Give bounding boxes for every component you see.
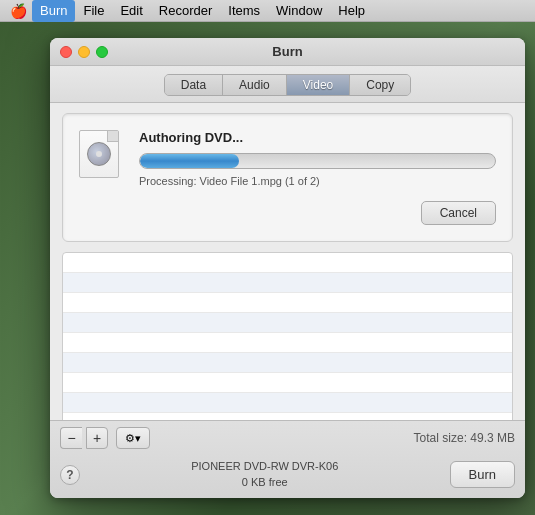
menu-file[interactable]: File	[75, 0, 112, 22]
dvd-icon	[79, 130, 127, 178]
tab-video[interactable]: Video	[287, 75, 350, 95]
add-button[interactable]: +	[86, 427, 108, 449]
disc-icon	[87, 142, 111, 166]
bottom-bar: − + ⚙ ▾ Total size: 49.3 MB ? PIONEER DV…	[50, 420, 525, 498]
menu-window[interactable]: Window	[268, 0, 330, 22]
drive-free: 0 KB free	[90, 475, 440, 490]
toolbar: Data Audio Video Copy	[50, 66, 525, 103]
menu-recorder[interactable]: Recorder	[151, 0, 220, 22]
list-item	[63, 333, 512, 353]
list-item	[63, 273, 512, 293]
list-item	[63, 293, 512, 313]
file-list[interactable]	[62, 252, 513, 434]
tab-audio[interactable]: Audio	[223, 75, 287, 95]
burn-button[interactable]: Burn	[450, 461, 515, 488]
menu-burn[interactable]: Burn	[32, 0, 75, 22]
menu-edit[interactable]: Edit	[112, 0, 150, 22]
tab-copy[interactable]: Copy	[350, 75, 410, 95]
cancel-button[interactable]: Cancel	[421, 201, 496, 225]
burn-window: Burn Data Audio Video Copy Authoring DVD…	[50, 38, 525, 498]
titlebar: Burn	[50, 38, 525, 66]
menubar: 🍎 Burn File Edit Recorder Items Window H…	[0, 0, 535, 22]
close-button[interactable]	[60, 46, 72, 58]
progress-title: Authoring DVD...	[139, 130, 496, 145]
help-button[interactable]: ?	[60, 465, 80, 485]
traffic-lights	[60, 46, 108, 58]
tab-data[interactable]: Data	[165, 75, 223, 95]
maximize-button[interactable]	[96, 46, 108, 58]
list-item	[63, 353, 512, 373]
cancel-row: Cancel	[79, 201, 496, 225]
bottom-controls: − + ⚙ ▾ Total size: 49.3 MB	[50, 421, 525, 455]
bottom-info: ? PIONEER DVD-RW DVR-K06 0 KB free Burn	[50, 455, 525, 498]
gear-icon: ⚙	[125, 432, 135, 445]
drive-info: PIONEER DVD-RW DVR-K06 0 KB free	[90, 459, 440, 490]
drive-name: PIONEER DVD-RW DVR-K06	[90, 459, 440, 474]
action-menu-button[interactable]: ⚙ ▾	[116, 427, 150, 449]
remove-button[interactable]: −	[60, 427, 82, 449]
list-item	[63, 393, 512, 413]
progress-dialog: Authoring DVD... Processing: Video File …	[62, 113, 513, 242]
apple-menu[interactable]: 🍎	[8, 0, 28, 22]
minimize-button[interactable]	[78, 46, 90, 58]
list-item	[63, 373, 512, 393]
window-title: Burn	[272, 44, 302, 59]
tab-group: Data Audio Video Copy	[164, 74, 412, 96]
progress-header: Authoring DVD... Processing: Video File …	[79, 130, 496, 187]
progress-text: Authoring DVD... Processing: Video File …	[139, 130, 496, 187]
menu-help[interactable]: Help	[330, 0, 373, 22]
file-icon	[79, 130, 119, 178]
menu-items[interactable]: Items	[220, 0, 268, 22]
progress-bar-track	[139, 153, 496, 169]
progress-bar-fill	[140, 154, 239, 168]
total-size: Total size: 49.3 MB	[154, 431, 515, 445]
list-item	[63, 253, 512, 273]
chevron-down-icon: ▾	[135, 432, 141, 445]
list-item	[63, 313, 512, 333]
progress-status: Processing: Video File 1.mpg (1 of 2)	[139, 175, 496, 187]
